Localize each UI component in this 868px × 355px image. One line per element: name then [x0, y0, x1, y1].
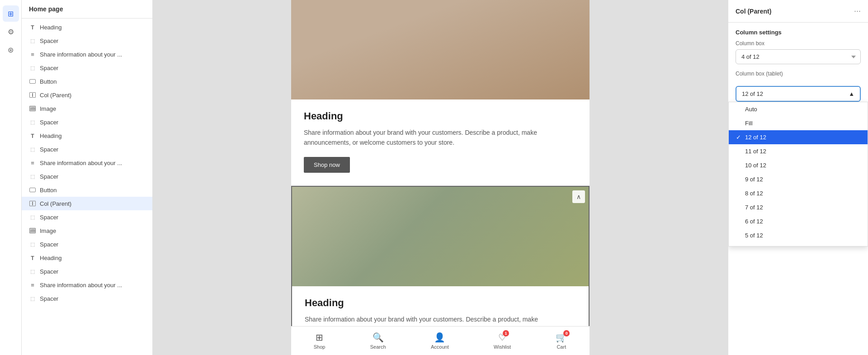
right-panel-menu-btn[interactable]: ···: [854, 6, 861, 16]
nav-widgets-btn[interactable]: ⊛: [3, 42, 19, 58]
column-box-tablet-trigger[interactable]: 12 of 12 ▲: [736, 86, 861, 102]
nav-label-shop: Shop: [314, 344, 326, 350]
dropdown-trigger-value: 12 of 12: [742, 90, 763, 97]
sidebar-item-label: Spacer: [40, 241, 58, 248]
sidebar-item-heading-2[interactable]: Heading: [22, 129, 152, 142]
card-1-image: [291, 0, 590, 99]
sidebar-item-label: Col (Parent): [40, 92, 71, 99]
sidebar-item-heading-1[interactable]: Heading: [22, 20, 152, 34]
right-panel-title: Col (Parent): [736, 8, 771, 15]
sidebar-item-spacer-1[interactable]: ⬚Spacer: [22, 34, 152, 47]
canvas-scroll[interactable]: Heading Share information about your bra…: [153, 0, 728, 355]
nav-settings-btn[interactable]: ⚙: [3, 24, 19, 40]
sidebar-item-button-2[interactable]: Button: [22, 183, 152, 197]
sidebar-item-label: Button: [40, 78, 57, 85]
nav-item-cart[interactable]: 🛒0Cart: [556, 332, 567, 350]
sidebar-item-spacer-9[interactable]: ⬚Spacer: [22, 292, 152, 305]
sidebar-item-text-3[interactable]: ≡Share information about your ...: [22, 278, 152, 292]
button-icon: [29, 186, 36, 194]
sidebar-item-spacer-3[interactable]: ⬚Spacer: [22, 115, 152, 129]
sidebar-item-label: Image: [40, 105, 56, 112]
sidebar-item-label: Spacer: [40, 268, 58, 275]
sidebar-item-col-parent-1[interactable]: Col (Parent): [22, 88, 152, 102]
sidebar-item-image-1[interactable]: Image: [22, 102, 152, 115]
option-label: 4 of 12: [745, 246, 763, 246]
card-1-text: Share information about your brand with …: [304, 128, 577, 148]
sidebar-item-label: Heading: [40, 24, 61, 31]
sidebar-item-spacer-2[interactable]: ⬚Spacer: [22, 61, 152, 75]
widgets-icon: ⊛: [8, 46, 14, 54]
sidebar-item-label: Spacer: [40, 146, 58, 153]
option-label: 11 of 12: [745, 148, 766, 155]
button-icon: [29, 78, 36, 85]
column-box-label: Column box: [736, 40, 861, 47]
sidebar-list: Heading⬚Spacer≡Share information about y…: [22, 19, 152, 355]
sidebar-item-label: Spacer: [40, 119, 58, 126]
dropdown-item-11of12[interactable]: 11 of 12: [729, 144, 868, 158]
sidebar-item-spacer-7[interactable]: ⬚Spacer: [22, 237, 152, 251]
sidebar-item-label: Spacer: [40, 214, 58, 221]
option-label: 12 of 12: [745, 134, 766, 141]
dropdown-item-10of12[interactable]: 10 of 12: [729, 158, 868, 172]
column-box-tablet-dropdown-container: 12 of 12 ▲ AutoFill✓12 of 1211 of 1210 o…: [736, 86, 861, 102]
dropdown-item-5of12[interactable]: 5 of 12: [729, 228, 868, 242]
dropdown-item-auto[interactable]: Auto: [729, 102, 868, 116]
heading-icon: [29, 24, 36, 31]
sidebar-item-image-2[interactable]: Image: [22, 224, 152, 237]
spacer-icon: ⬚: [29, 118, 36, 126]
sidebar-item-spacer-6[interactable]: ⬚Spacer: [22, 210, 152, 224]
nav-icon-search: 🔍: [373, 332, 384, 343]
spacer-icon: ⬚: [29, 295, 36, 302]
dropdown-item-6of12[interactable]: 6 of 12: [729, 214, 868, 228]
sidebar-item-col-parent-2[interactable]: Col (Parent): [22, 197, 152, 210]
sidebar-item-label: Col (Parent): [40, 200, 71, 207]
column-box-tablet-field: Column box (tablet): [728, 71, 868, 86]
dropdown-item-7of12[interactable]: 7 of 12: [729, 200, 868, 214]
sidebar-item-heading-3[interactable]: Heading: [22, 251, 152, 265]
nav-icon-wishlist: ♡1: [498, 332, 506, 343]
sidebar-item-spacer-5[interactable]: ⬚Spacer: [22, 170, 152, 183]
column-box-tablet-label: Column box (tablet): [736, 71, 861, 77]
nav-item-shop[interactable]: ⊞Shop: [314, 332, 326, 350]
nav-label-account: Account: [431, 344, 449, 350]
card-1-shop-btn[interactable]: Shop now: [304, 157, 350, 173]
nav-item-search[interactable]: 🔍Search: [370, 332, 386, 350]
card-1-body: Heading Share information about your bra…: [291, 99, 590, 185]
column-box-select-wrapper: 4 of 12: [736, 49, 861, 64]
nav-pages-btn[interactable]: ⊞: [3, 5, 19, 22]
sidebar-item-label: Share information about your ...: [40, 51, 122, 58]
spacer-icon: ⬚: [29, 37, 36, 44]
dropdown-item-9of12[interactable]: 9 of 12: [729, 172, 868, 186]
sidebar-item-button-1[interactable]: Button: [22, 75, 152, 88]
dropdown-item-4of12[interactable]: 4 of 12: [729, 242, 868, 246]
heading-icon: [29, 254, 36, 261]
sidebar-header: Home page: [22, 0, 152, 19]
nav-item-account[interactable]: 👤Account: [431, 332, 449, 350]
spacer-icon: ⬚: [29, 268, 36, 275]
card-2-collapse-btn[interactable]: ∧: [572, 190, 585, 203]
column-box-select[interactable]: 4 of 12: [736, 49, 861, 64]
option-label: 9 of 12: [745, 176, 763, 183]
dropdown-item-fill[interactable]: Fill: [729, 116, 868, 130]
text-icon: ≡: [29, 159, 36, 166]
sidebar-item-spacer-8[interactable]: ⬚Spacer: [22, 265, 152, 278]
sidebar-item-text-1[interactable]: ≡Share information about your ...: [22, 47, 152, 61]
spacer-icon: ⬚: [29, 241, 36, 248]
sidebar-item-label: Heading: [40, 133, 61, 139]
option-label: 5 of 12: [745, 232, 763, 239]
sidebar-item-text-2[interactable]: ≡Share information about your ...: [22, 156, 152, 170]
checkmark: ✓: [736, 134, 742, 141]
nav-label-wishlist: Wishlist: [494, 344, 511, 350]
spacer-icon: ⬚: [29, 173, 36, 180]
dropdown-list: AutoFill✓12 of 1211 of 1210 of 129 of 12…: [728, 102, 868, 246]
dropdown-item-8of12[interactable]: 8 of 12: [729, 186, 868, 200]
dropdown-item-12of12[interactable]: ✓12 of 12: [729, 130, 868, 144]
sidebar-item-label: Spacer: [40, 295, 58, 302]
nav-item-wishlist[interactable]: ♡1Wishlist: [494, 332, 511, 350]
sidebar-item-spacer-4[interactable]: ⬚Spacer: [22, 142, 152, 156]
pages-icon: ⊞: [8, 9, 14, 18]
nav-icon-shop: ⊞: [316, 332, 323, 343]
sidebar-item-label: Share information about your ...: [40, 282, 122, 289]
nav-label-search: Search: [370, 344, 386, 350]
nav-badge-cart: 0: [563, 330, 570, 336]
